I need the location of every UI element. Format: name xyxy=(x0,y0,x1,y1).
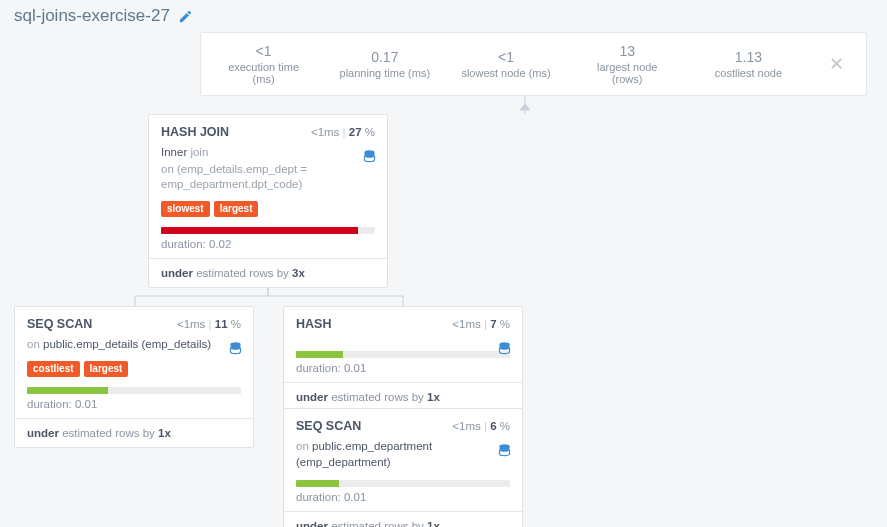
node-estimate: under estimated rows by 1x xyxy=(15,418,253,447)
node-estimate: under estimated rows by 1x xyxy=(284,382,522,411)
close-icon[interactable]: ✕ xyxy=(823,53,850,75)
database-icon xyxy=(362,149,377,164)
node-hash[interactable]: HASH <1ms | 7 % duration: 0.01 under est… xyxy=(283,306,523,412)
node-meta: <1ms | 6 % xyxy=(452,420,510,432)
node-hash-join[interactable]: HASH JOIN <1ms | 27 % Inner join on (emp… xyxy=(148,114,388,288)
stat-value: 0.17 xyxy=(338,49,431,65)
database-icon xyxy=(228,341,243,356)
stat-slowest-node: <1 slowest node (ms) xyxy=(459,49,552,79)
stat-execution-time: <1 execution time (ms) xyxy=(217,43,310,85)
duration-bar xyxy=(296,480,510,487)
edit-icon[interactable] xyxy=(178,9,193,24)
duration-bar-fill xyxy=(296,351,343,358)
node-tags: costliest largest xyxy=(27,361,241,377)
database-icon xyxy=(497,443,512,458)
tag-largest: largest xyxy=(214,201,259,217)
stat-value: <1 xyxy=(217,43,310,59)
node-estimate: under estimated rows by 3x xyxy=(149,258,387,287)
duration-bar-fill xyxy=(296,480,339,487)
stats-bar: <1 execution time (ms) 0.17 planning tim… xyxy=(200,32,867,96)
stat-value: 13 xyxy=(581,43,674,59)
node-subtitle: Inner join xyxy=(161,145,375,161)
node-duration: duration: 0.01 xyxy=(296,362,510,374)
duration-bar xyxy=(161,227,375,234)
duration-bar xyxy=(296,351,510,358)
node-title: HASH JOIN xyxy=(161,125,229,139)
stat-label: slowest node (ms) xyxy=(459,67,552,79)
page-title: sql-joins-exercise-27 xyxy=(14,6,170,26)
node-condition: on (emp_details.emp_dept = emp_departmen… xyxy=(161,162,375,193)
tag-slowest: slowest xyxy=(161,201,210,217)
node-meta: <1ms | 27 % xyxy=(311,126,375,138)
duration-bar-fill xyxy=(27,387,108,394)
node-duration: duration: 0.01 xyxy=(27,398,241,410)
duration-bar xyxy=(27,387,241,394)
tag-largest: largest xyxy=(84,361,129,377)
node-meta: <1ms | 7 % xyxy=(452,318,510,330)
stat-label: execution time (ms) xyxy=(217,61,310,85)
stat-label: costliest node xyxy=(702,67,795,79)
node-tags: slowest largest xyxy=(161,201,375,217)
tag-costliest: costliest xyxy=(27,361,80,377)
stat-label: largest node (rows) xyxy=(581,61,674,85)
stat-value: 1.13 xyxy=(702,49,795,65)
stat-label: planning time (ms) xyxy=(338,67,431,79)
node-duration: duration: 0.01 xyxy=(296,491,510,503)
stat-costliest-node: 1.13 costliest node xyxy=(702,49,795,79)
node-subtitle: on public.emp_department (emp_department… xyxy=(296,439,510,470)
stat-largest-node: 13 largest node (rows) xyxy=(581,43,674,85)
node-meta: <1ms | 11 % xyxy=(177,318,241,330)
duration-bar-fill xyxy=(161,227,358,234)
stat-value: <1 xyxy=(459,49,552,65)
node-subtitle: on public.emp_details (emp_details) xyxy=(27,337,241,353)
database-icon xyxy=(497,341,512,356)
node-title: HASH xyxy=(296,317,331,331)
stat-planning-time: 0.17 planning time (ms) xyxy=(338,49,431,79)
node-seq-scan-emp-department[interactable]: SEQ SCAN <1ms | 6 % on public.emp_depart… xyxy=(283,408,523,527)
node-title: SEQ SCAN xyxy=(27,317,92,331)
node-seq-scan-emp-details[interactable]: SEQ SCAN <1ms | 11 % on public.emp_detai… xyxy=(14,306,254,448)
node-estimate: under estimated rows by 1x xyxy=(284,511,522,527)
node-title: SEQ SCAN xyxy=(296,419,361,433)
node-duration: duration: 0.02 xyxy=(161,238,375,250)
